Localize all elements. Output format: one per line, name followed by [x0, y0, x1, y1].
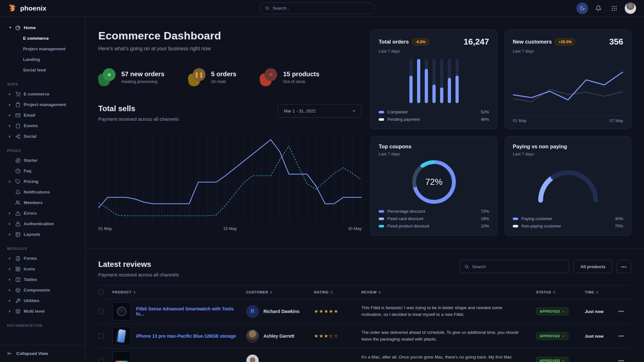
- chevron-right-icon: [9, 125, 11, 127]
- sidebar-item-utilities[interactable]: Utilities: [3, 295, 81, 306]
- axis-tick: 07 May: [609, 118, 623, 123]
- reviews-menu-button[interactable]: •••: [617, 260, 631, 273]
- global-search[interactable]: [260, 3, 375, 14]
- sidebar-item-social[interactable]: Social: [3, 131, 81, 142]
- mail-icon: [15, 113, 20, 118]
- sidebar-item-layouts[interactable]: Layouts: [3, 229, 81, 240]
- lock-icon: [15, 221, 20, 226]
- sidebar-item-starter[interactable]: Starter: [3, 155, 81, 166]
- chevron-right-icon: [9, 310, 11, 313]
- user-avatar[interactable]: [624, 2, 636, 14]
- sidebar-subitem-ecommerce[interactable]: E commerce: [3, 33, 81, 44]
- table-row: It's a Mac, after all. Once you've gone …: [98, 349, 631, 362]
- legend-item: Paying customer 30%: [513, 215, 623, 222]
- kpi-cards: Total orders -6.8% 16,247 Last 7 days Co…: [371, 29, 631, 236]
- sidebar-item-authentication[interactable]: Authentication: [3, 218, 81, 229]
- column-time[interactable]: TIME⇅: [585, 290, 618, 294]
- sidebar-item-forms[interactable]: Forms: [3, 253, 81, 264]
- app-root: phoenix: [0, 0, 644, 362]
- row-menu-button[interactable]: •••: [618, 358, 631, 362]
- sidebar-item-tables[interactable]: Tables: [3, 274, 81, 285]
- product-link[interactable]: Fitbit Sense Advanced Smartwatch with To…: [136, 306, 240, 317]
- search-icon: [464, 264, 469, 269]
- sidebar-item-notifications[interactable]: Notifications: [3, 187, 81, 197]
- pie-chart-icon: [15, 25, 20, 30]
- total-sells-chart: 01 May 15 May 30 May: [98, 130, 362, 231]
- sidebar-item-project-management-app[interactable]: Project management: [3, 99, 81, 110]
- sidebar-item-ecommerce-app[interactable]: E commerce: [3, 89, 81, 99]
- collapse-icon: [7, 351, 12, 356]
- sort-icon: ⇅: [330, 291, 333, 294]
- legend-swatch: [379, 225, 384, 227]
- row-checkbox[interactable]: [98, 333, 103, 339]
- global-search-input[interactable]: [273, 6, 369, 11]
- row-menu-button[interactable]: •••: [618, 309, 631, 314]
- sidebar-item-multi-level[interactable]: Multi level: [3, 306, 81, 317]
- date-range-select[interactable]: Mar 1 - 31, 2022: [278, 104, 362, 118]
- sort-icon: ⇅: [133, 291, 136, 294]
- check-icon: ✓: [562, 334, 565, 338]
- sidebar-item-events[interactable]: Events: [3, 120, 81, 131]
- row-checkbox[interactable]: [98, 358, 103, 362]
- brand-name: phoenix: [20, 4, 46, 12]
- package-icon: [15, 288, 20, 293]
- page-subtitle: Here's what's going on at your business …: [98, 46, 362, 52]
- row-menu-button[interactable]: •••: [618, 333, 631, 339]
- table-row: Fitbit Sense Advanced Smartwatch with To…: [98, 299, 631, 324]
- column-status[interactable]: STATUS⇅: [536, 290, 585, 294]
- help-circle-icon: [15, 169, 20, 174]
- wrench-icon: [15, 298, 20, 303]
- sidebar-section-documentation: DOCUMENTATION: [3, 317, 81, 330]
- sidebar-item-members[interactable]: Members: [3, 197, 81, 208]
- sidebar-subitem-project-management[interactable]: Project management: [3, 44, 81, 54]
- sidebar-subitem-social-feed[interactable]: Social feed: [3, 65, 81, 75]
- column-review[interactable]: REVIEW⇅: [361, 290, 536, 294]
- select-all-checkbox[interactable]: [98, 290, 103, 295]
- column-customer[interactable]: CUSTOMER⇅: [246, 290, 314, 294]
- sidebar-item-email[interactable]: Email: [3, 110, 81, 120]
- columns-icon: [15, 277, 20, 282]
- sidebar-item-errors[interactable]: Errors: [3, 208, 81, 218]
- stat-new-orders: ★ 57 new orders Awating processing: [98, 68, 165, 86]
- total-sells-line-chart: [98, 130, 362, 224]
- row-checkbox[interactable]: [98, 309, 103, 314]
- chevron-right-icon: [9, 233, 11, 236]
- legend-item: Percentage discount 72%: [379, 208, 489, 215]
- sidebar: Home E commerce Project management Landi…: [0, 17, 85, 362]
- reviews-search-input[interactable]: [472, 264, 564, 269]
- axis-tick: 30 May: [348, 226, 362, 231]
- notifications-button[interactable]: [592, 3, 604, 14]
- navbar-actions: [576, 2, 636, 14]
- sidebar-item-icons[interactable]: Icons: [3, 264, 81, 274]
- column-rating[interactable]: RATING⇅: [314, 290, 361, 294]
- bell-icon: [595, 5, 601, 11]
- total-sells-title: Total sells: [98, 104, 179, 113]
- sidebar-item-faq[interactable]: Faq: [3, 166, 81, 176]
- chevron-down-icon: [352, 109, 356, 113]
- all-products-button[interactable]: All products: [574, 260, 612, 273]
- layout-icon: [15, 232, 20, 237]
- axis-tick: 01 May: [98, 226, 112, 231]
- column-product[interactable]: PRODUCT⇅: [112, 290, 246, 294]
- stats-row: ★ 57 new orders Awating processing ❚❚ 5 …: [98, 68, 362, 86]
- legend-item: Pending payment 48%: [379, 116, 489, 123]
- sort-icon: ⇅: [270, 291, 273, 294]
- apps-grid-button[interactable]: [608, 3, 620, 14]
- theme-toggle-button[interactable]: [576, 3, 588, 14]
- collapse-sidebar-button[interactable]: Collapsed View: [0, 345, 85, 362]
- sidebar-item-pricing[interactable]: Pricing: [3, 176, 81, 187]
- sidebar-item-home[interactable]: Home: [3, 22, 81, 33]
- brand-logo[interactable]: phoenix: [8, 4, 85, 13]
- reviews-search[interactable]: [460, 260, 569, 273]
- chevron-right-icon: [9, 223, 11, 225]
- donut-center-label: 72%: [410, 158, 458, 206]
- sidebar-subitem-landing[interactable]: Landing: [3, 54, 81, 65]
- chevron-right-icon: [9, 93, 11, 95]
- product-link[interactable]: iPhone 13 pro max-Pacific Blue-128GB sto…: [136, 333, 236, 339]
- sidebar-item-label: Home: [24, 25, 36, 30]
- sidebar-item-components[interactable]: Components: [3, 285, 81, 295]
- axis-tick: 15 May: [223, 226, 237, 231]
- dashboard-left-column: Ecommerce Dashboard Here's what's going …: [98, 29, 362, 236]
- star-icon: ★: [103, 68, 116, 81]
- legend-swatch: [513, 225, 518, 227]
